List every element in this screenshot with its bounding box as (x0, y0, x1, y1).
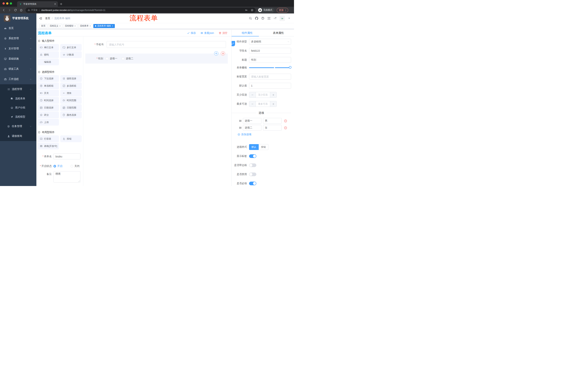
hamburger-icon[interactable] (39, 17, 42, 20)
decrease-button[interactable] (249, 101, 256, 107)
option-value-input[interactable] (263, 125, 282, 131)
palette-item-下拉选择[interactable]: 下拉选择 (37, 75, 59, 82)
help-icon[interactable] (261, 17, 264, 20)
checkbox-选项一[interactable] (106, 57, 108, 60)
palette-item-单选框组[interactable]: 单选框组 (37, 83, 59, 89)
remove-option-button[interactable] (284, 126, 287, 129)
min-checked-placeholder[interactable]: 至少应选 (256, 92, 270, 97)
palette-item-计数器[interactable]: 123计数器 (60, 51, 82, 58)
props-tab-表单属性[interactable]: 表单属性 (263, 30, 294, 36)
key-icon[interactable] (245, 9, 248, 11)
sidebar-item-流程管理[interactable]: 流程管理 (0, 84, 36, 94)
selected-component-block[interactable]: *性别 选项一选项二 (85, 53, 228, 64)
palette-item-时间范围[interactable]: 时间范围 (60, 97, 82, 104)
sidebar-item-用户分组[interactable]: 用户分组 (0, 103, 36, 112)
tab-close-icon[interactable]: × (90, 25, 91, 27)
清空-button[interactable]: 清空 (219, 32, 227, 35)
github-icon[interactable] (255, 17, 258, 20)
label-width-input[interactable] (249, 74, 291, 80)
logo-row[interactable]: 芋道管理系统 (0, 13, 36, 23)
maximize-window-button[interactable] (10, 2, 12, 5)
palette-item-多行文本[interactable]: 多行文本 (60, 44, 82, 51)
palette-item-日期选择[interactable]: 日期选择 (37, 104, 59, 111)
title-input[interactable] (249, 57, 291, 63)
status-radio-关闭[interactable]: 关闭 (71, 165, 80, 168)
sidebar-item-请假查询[interactable]: 请假查询 (0, 131, 36, 141)
field-name-input[interactable] (249, 48, 291, 54)
sidebar-item-任务管理[interactable]: 任务管理 (0, 121, 36, 131)
browser-menu-dots-icon[interactable] (284, 9, 287, 11)
forward-icon[interactable] (8, 9, 11, 12)
back-icon[interactable] (2, 9, 5, 12)
checkbox-选项二[interactable] (122, 57, 124, 60)
sidebar-item-流程模型[interactable]: 流程模型 (0, 112, 36, 121)
gender-option-选项二[interactable]: 选项二 (122, 57, 133, 60)
palette-item-密码[interactable]: 密码 (37, 51, 59, 58)
decrease-button[interactable] (249, 92, 256, 97)
search-icon[interactable] (249, 17, 252, 20)
option-label-input[interactable] (243, 118, 262, 124)
max-checked-placeholder[interactable]: 最多可选 (256, 101, 270, 107)
保存-button[interactable]: 保存 (187, 32, 196, 35)
increase-button[interactable] (270, 92, 276, 97)
home-icon[interactable] (20, 9, 23, 12)
add-option-button[interactable]: 添加选项 (231, 133, 291, 136)
palette-item-评分[interactable]: 评分 (37, 112, 59, 118)
toggle-switch-是否禁用[interactable] (249, 172, 256, 176)
remark-textarea[interactable]: 嘿嘿 (53, 171, 80, 182)
fullscreen-icon[interactable] (267, 17, 271, 20)
palette-item-滑块[interactable]: 滑块 (60, 90, 82, 96)
palette-item-编辑器[interactable]: 编辑器 (37, 59, 59, 65)
toggle-switch-是否带边框[interactable] (249, 163, 256, 167)
link-tab-button[interactable] (231, 41, 235, 46)
palette-item-行容器[interactable]: 行容器 (37, 135, 59, 142)
tab-close-icon[interactable]: × (74, 25, 76, 27)
radio-关闭[interactable] (71, 165, 73, 167)
palette-item-多选框组[interactable]: 多选框组 (60, 83, 82, 89)
option-style-按钮[interactable]: 按钮 (259, 144, 268, 150)
page-tab-流程表单[interactable]: 流程表单× (78, 24, 92, 28)
sidebar-item-系统管理[interactable]: 系统管理 (0, 33, 36, 43)
form-name-input[interactable] (53, 153, 80, 159)
bookmark-star-icon[interactable] (251, 9, 253, 11)
sidebar-item-首页[interactable]: 首页 (0, 23, 36, 33)
palette-item-时间选择[interactable]: 时间选择 (37, 97, 59, 104)
option-value-input[interactable] (263, 118, 282, 124)
gender-option-选项一[interactable]: 选项一 (106, 57, 117, 60)
sidebar-item-支付管理[interactable]: ¥支付管理 (0, 43, 36, 54)
radio-开启[interactable] (53, 165, 56, 167)
palette-item-日期范围[interactable]: 日期范围 (60, 104, 82, 111)
tab-close-icon[interactable]: × (59, 25, 61, 27)
sidebar-item-研发工具[interactable]: 研发工具 (0, 64, 36, 74)
status-radio-开启[interactable]: 开启 (53, 165, 63, 168)
查看json-button[interactable]: 查看json (200, 32, 214, 35)
palette-item-开关[interactable]: 开关 (37, 90, 59, 96)
address-bar[interactable]: 不安全 dashboard.yudao.iocoder.cn/bpm/manag… (25, 8, 256, 13)
grid-slider[interactable] (249, 67, 290, 68)
update-button[interactable]: 更新 (277, 8, 288, 12)
tab-close-icon[interactable] (54, 3, 56, 5)
sidebar-item-工作流程[interactable]: 工作流程 (0, 74, 36, 84)
toggle-switch-显示标签[interactable] (249, 154, 256, 158)
default-value-input[interactable] (249, 83, 291, 89)
increase-button[interactable] (270, 101, 276, 107)
font-size-icon[interactable]: TT (274, 17, 277, 20)
copy-component-button[interactable] (214, 51, 218, 55)
minimize-window-button[interactable] (6, 2, 8, 5)
slider-handle[interactable] (289, 66, 292, 69)
palette-item-颜色选择[interactable]: 颜色选择 (60, 112, 82, 118)
new-tab-button[interactable] (60, 2, 63, 5)
sidebar-item-流程表单[interactable]: 流程表单 (0, 94, 36, 103)
palette-item-单行文本[interactable]: 单行文本 (37, 44, 59, 51)
browser-tab[interactable]: 芋道管理系统 (17, 1, 58, 7)
page-tab-流程表单-编辑[interactable]: 流程表单-编辑× (93, 24, 115, 28)
palette-item-上传[interactable]: 上传 (37, 119, 59, 126)
option-label-input[interactable] (243, 125, 262, 131)
page-tab-流程定义[interactable]: 流程定义× (48, 24, 62, 28)
palette-item-表格[开发中][interactable]: 表格[开发中] (37, 143, 59, 149)
reload-icon[interactable] (14, 9, 17, 12)
props-tab-组件属性[interactable]: 组件属性 (231, 30, 263, 36)
tab-close-icon[interactable]: × (112, 25, 113, 27)
chevron-down-icon[interactable] (288, 17, 291, 20)
option-style-默认[interactable]: 默认 (249, 144, 259, 150)
